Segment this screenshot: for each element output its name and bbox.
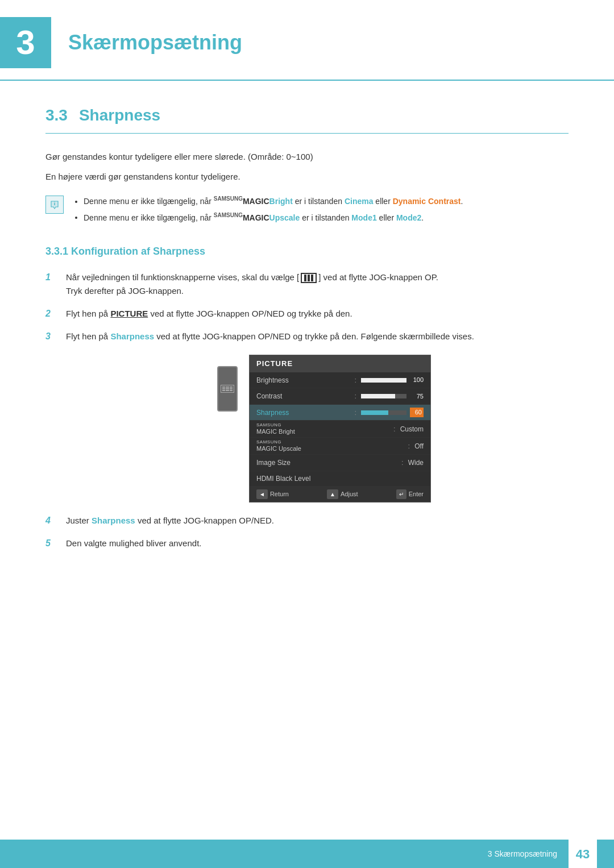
step-1: 1 Når vejledningen til funktionsknappern… (45, 271, 569, 298)
step-3: 3 Flyt hen på Sharpness ved at flytte JO… (45, 330, 569, 343)
step-text-5: Den valgte mulighed bliver anvendt. (66, 537, 201, 550)
footer-return: ◄ Return (256, 489, 289, 499)
step-number-4: 4 (45, 514, 59, 528)
footer-enter: ↵ Enter (396, 489, 424, 499)
chapter-header: 3 Skærmopsætning (0, 0, 614, 81)
chapter-title: Skærmopsætning (68, 27, 242, 58)
osd-item-contrast: Contrast : 75 (250, 388, 430, 405)
note-item-1: Denne menu er ikke tilgængelig, når SAMS… (84, 194, 463, 207)
osd-item-magic-upscale: SAMSUNGMAGIC Upscale : Off (250, 438, 430, 455)
note-box: Denne menu er ikke tilgængelig, når SAMS… (45, 194, 569, 227)
contrast-bar (361, 394, 406, 398)
osd-item-hdmi: HDMI Black Level (250, 471, 430, 487)
osd-item-magic-bright: SAMSUNGMAGIC Bright : Custom (250, 421, 430, 438)
section-title: Sharpness (79, 106, 160, 124)
svg-point-1 (54, 202, 55, 202)
step-text-1: Når vejledningen til funktionsknapperne … (66, 271, 438, 298)
page-footer: 3 Skærmopsætning 43 (0, 840, 614, 868)
subsection-title: Konfiguration af Sharpness (71, 246, 205, 257)
section-number: 3.3 (45, 106, 68, 124)
jog-icon-inner (221, 385, 234, 393)
step-2: 2 Flyt hen på PICTURE ved at flytte JOG-… (45, 307, 569, 321)
subsection-number: 3.3.1 (45, 246, 68, 257)
steps-list: 1 Når vejledningen til funktionsknappern… (45, 271, 569, 343)
step-5: 5 Den valgte mulighed bliver anvendt. (45, 537, 569, 550)
note-icon (45, 196, 64, 214)
chapter-number-box: 3 (0, 17, 51, 68)
steps-list-2: 4 Juster Sharpness ved at flytte JOG-kna… (45, 514, 569, 550)
step-number-1: 1 (45, 271, 59, 284)
step-text-2: Flyt hen på PICTURE ved at flytte JOG-kn… (66, 307, 352, 321)
paragraph-1: Gør genstandes kontur tydeligere eller m… (45, 151, 569, 164)
main-content: 3.3Sharpness Gør genstandes kontur tydel… (0, 103, 614, 605)
subsection-heading: 3.3.1 Konfiguration af Sharpness (45, 244, 569, 259)
osd-title: PICTURE (250, 355, 430, 372)
osd-item-brightness: Brightness : 100 (250, 372, 430, 389)
footer-page-number: 43 (569, 840, 597, 868)
step-number-5: 5 (45, 537, 59, 550)
section-heading: 3.3Sharpness (45, 103, 569, 134)
step-4: 4 Juster Sharpness ved at flytte JOG-kna… (45, 514, 569, 528)
osd-item-image-size: Image Size : Wide (250, 455, 430, 471)
footer-chapter-label: 3 Skærmopsætning (488, 848, 557, 860)
step-text-4: Juster Sharpness ved at flytte JOG-knapp… (66, 514, 274, 528)
osd-container: PICTURE Brightness : 100 Contrast : (80, 355, 569, 502)
chapter-number: 3 (16, 17, 35, 68)
osd-item-sharpness: Sharpness : 60 (250, 405, 430, 421)
jog-icon (217, 366, 238, 412)
paragraph-2: En højere værdi gør genstandens kontur t… (45, 171, 569, 184)
sharpness-bar (361, 410, 406, 415)
step-text-3: Flyt hen på Sharpness ved at flytte JOG-… (66, 330, 474, 343)
brightness-bar (361, 378, 406, 383)
note-item-2: Denne menu er ikke tilgængelig, når SAMS… (84, 211, 463, 224)
info-icon (49, 199, 60, 210)
step-number-2: 2 (45, 307, 59, 321)
osd-menu: PICTURE Brightness : 100 Contrast : (249, 355, 431, 502)
footer-adjust: ▲ Adjust (327, 489, 358, 499)
jog-bracket-icon (301, 273, 317, 283)
note-list: Denne menu er ikke tilgængelig, når SAMS… (72, 194, 463, 227)
step-number-3: 3 (45, 330, 59, 343)
osd-footer: ◄ Return ▲ Adjust ↵ Enter (250, 487, 430, 502)
